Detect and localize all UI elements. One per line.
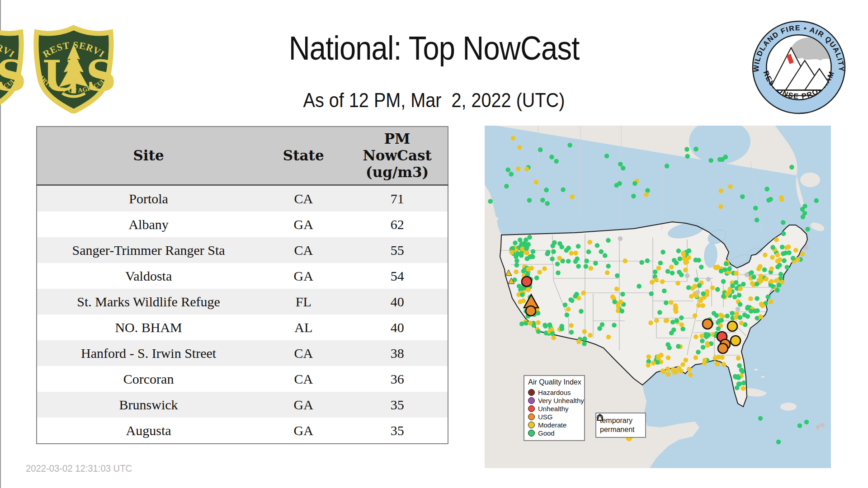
aqi-site-dot bbox=[686, 285, 691, 290]
aqi-site-dot bbox=[723, 155, 728, 160]
aqi-site-dot bbox=[820, 423, 825, 428]
cell-site: Hanford - S. Irwin Street bbox=[37, 340, 260, 366]
aqi-site-dot bbox=[531, 249, 536, 254]
aqi-site-dot bbox=[737, 363, 742, 368]
aqi-site-dot bbox=[653, 269, 658, 274]
legend-item-temporary: temporary bbox=[600, 416, 642, 425]
aqi-site-dot bbox=[741, 386, 746, 391]
aqi-legend-item: Good bbox=[528, 429, 581, 437]
aqi-site-dot bbox=[534, 276, 539, 281]
aqi-site-dot bbox=[669, 265, 674, 270]
wfaqrp-logo: WILDLAND FIRE • AIR QUALITY RESPONSE PRO… bbox=[751, 19, 847, 116]
aqi-site-dot bbox=[697, 283, 702, 288]
aqi-site-dot bbox=[589, 266, 594, 271]
aqi-site-dot bbox=[750, 281, 755, 286]
aqi-site-dot bbox=[547, 323, 552, 328]
aqi-site-dot bbox=[514, 269, 519, 274]
aqi-site-dot bbox=[516, 251, 521, 256]
cell-state: CA bbox=[260, 237, 347, 263]
aqi-site-dot bbox=[510, 246, 515, 251]
page-subtitle: As of 12 PM, Mar 2, 2022 (UTC) bbox=[52, 89, 816, 112]
aqi-site-dot bbox=[516, 166, 521, 171]
table-row: AlbanyGA62 bbox=[37, 211, 448, 237]
aqi-site-dot bbox=[734, 271, 739, 276]
aqi-site-dot bbox=[710, 286, 715, 291]
aqi-site-dot bbox=[776, 440, 781, 445]
aqi-site-dot bbox=[542, 266, 547, 271]
col-header-site: Site bbox=[37, 127, 260, 185]
aqi-site-dot bbox=[722, 362, 726, 367]
aqi-site-dot bbox=[538, 147, 543, 152]
aqi-site-dot bbox=[645, 188, 650, 193]
aqi-site-dot bbox=[550, 257, 555, 262]
aqi-site-dot bbox=[696, 303, 701, 308]
table-row: BrunswickGA35 bbox=[37, 392, 448, 418]
aqi-site-dot bbox=[686, 255, 691, 260]
table-row: PortolaCA71 bbox=[37, 185, 448, 212]
aqi-site-dot bbox=[720, 355, 725, 360]
aqi-site-dot bbox=[510, 136, 515, 141]
aqi-site-dot bbox=[688, 372, 693, 377]
aqi-site-dot bbox=[675, 318, 679, 323]
aqi-site-dot bbox=[599, 249, 604, 254]
aqi-site-dot bbox=[716, 326, 721, 331]
aqi-site-dot bbox=[737, 293, 742, 298]
aqi-site-dot bbox=[680, 327, 685, 332]
aqi-legend-label: Very Unhealthy bbox=[538, 397, 584, 404]
table-body: PortolaCA71AlbanyGA62Sanger-Trimmer Rang… bbox=[37, 185, 448, 444]
aqi-legend-item: Unhealthy bbox=[528, 404, 581, 413]
aqi-site-dot bbox=[612, 300, 617, 305]
aqi-site-dot bbox=[639, 260, 644, 265]
aqi-site-dot bbox=[646, 363, 651, 368]
aqi-site-dot bbox=[759, 314, 764, 319]
cell-pm-nowcast: 54 bbox=[347, 263, 448, 289]
aqi-site-dot bbox=[751, 275, 756, 280]
aqi-site-dot bbox=[775, 253, 780, 258]
cell-state: CA bbox=[260, 340, 347, 366]
aqi-site-dot bbox=[679, 315, 684, 320]
aqi-site-dot bbox=[769, 279, 774, 284]
aqi-site-dot bbox=[732, 295, 737, 300]
aqi-site-dot bbox=[517, 145, 522, 150]
top-site-marker-circle bbox=[703, 319, 712, 329]
aqi-legend-title: Air Quality Index bbox=[528, 378, 581, 386]
aqi-site-dot bbox=[785, 265, 790, 270]
aqi-site-dot bbox=[524, 238, 528, 243]
aqi-site-dot bbox=[778, 272, 783, 277]
aqi-site-dot bbox=[765, 295, 770, 300]
aqi-site-dot bbox=[561, 188, 566, 192]
aqi-site-dot bbox=[764, 277, 769, 282]
aqi-site-dot bbox=[540, 198, 545, 203]
aqi-site-dot bbox=[623, 258, 628, 263]
cell-pm-nowcast: 36 bbox=[347, 366, 448, 392]
aqi-site-dot bbox=[755, 282, 760, 286]
aqi-site-dot bbox=[704, 334, 709, 339]
aqi-site-dot bbox=[736, 356, 741, 361]
aqi-site-dot bbox=[774, 278, 779, 283]
aqi-site-dot bbox=[672, 370, 677, 375]
aqi-site-dot bbox=[775, 264, 780, 269]
aqi-site-dot bbox=[745, 272, 750, 277]
aqi-site-dot bbox=[667, 345, 672, 350]
aqi-site-dot bbox=[654, 277, 659, 282]
aqi-site-dot bbox=[586, 249, 591, 254]
aqi-site-dot bbox=[764, 187, 769, 192]
aqi-color-dot-icon bbox=[528, 422, 535, 428]
aqi-site-dot bbox=[612, 323, 617, 328]
aqi-site-dot bbox=[791, 256, 796, 261]
aqi-site-dot bbox=[520, 292, 525, 297]
aqi-site-dot bbox=[759, 274, 764, 279]
aqi-site-dot bbox=[566, 246, 571, 251]
aqi-site-dot bbox=[666, 355, 671, 360]
col-header-state: State bbox=[260, 127, 347, 185]
wfaqrp-seal-icon: WILDLAND FIRE • AIR QUALITY RESPONSE PRO… bbox=[751, 19, 847, 116]
aqi-color-dot-icon bbox=[528, 405, 535, 412]
aqi-site-dot bbox=[739, 320, 744, 325]
aqi-site-dot bbox=[632, 181, 637, 186]
aqi-site-dot bbox=[664, 318, 669, 323]
aqi-site-dot bbox=[758, 416, 763, 421]
aqi-site-dot bbox=[660, 279, 665, 284]
aqi-site-dot bbox=[527, 198, 532, 203]
aqi-site-dot bbox=[614, 183, 619, 188]
aqi-site-dot bbox=[573, 251, 578, 256]
